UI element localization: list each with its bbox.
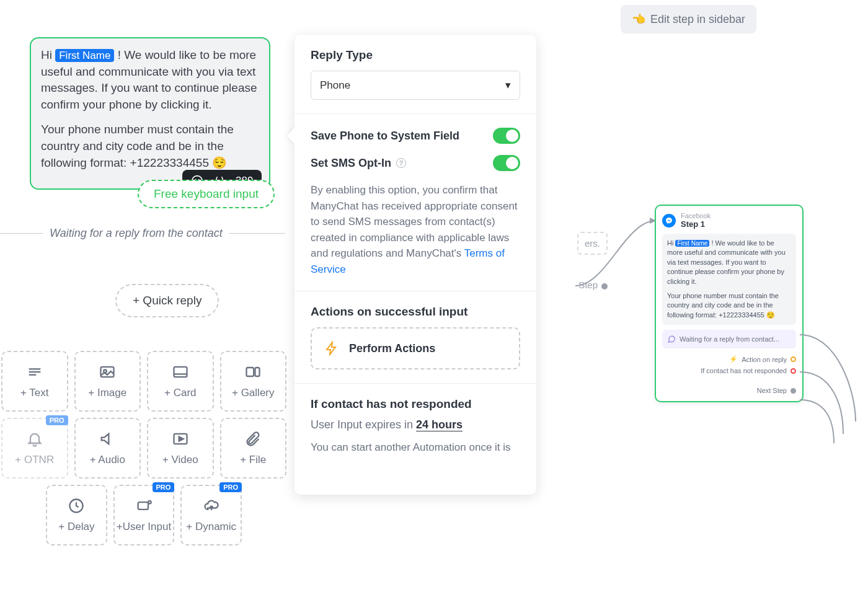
no-response-row[interactable]: If contact has not responded: [662, 365, 796, 376]
divider-line: [0, 233, 43, 234]
expire-row: User Input expires in 24 hours: [311, 418, 520, 431]
save-phone-toggle[interactable]: [493, 128, 520, 144]
add-text-block[interactable]: + Text: [1, 351, 68, 412]
lightning-icon: [324, 341, 339, 356]
svg-rect-14: [138, 502, 148, 510]
sms-optin-description: By enabling this option, you confirm tha…: [311, 182, 520, 277]
svg-rect-11: [255, 368, 260, 376]
no-response-label: If contact has not responded: [311, 397, 520, 411]
merge-tag: First Name: [675, 240, 709, 247]
save-phone-label: Save Phone to System Field: [311, 130, 459, 143]
waiting-divider: Waiting for a reply from the contact: [0, 227, 285, 240]
connector-line-3: [800, 366, 868, 440]
action-on-reply-row[interactable]: ⚡ Action on reply: [662, 353, 796, 365]
video-icon: [172, 430, 189, 448]
quick-reply-button[interactable]: + Quick reply: [115, 284, 219, 317]
reply-type-select[interactable]: Phone ▾: [311, 71, 520, 100]
reply-type-value: Phone: [320, 79, 350, 92]
partial-dashed: ers.: [577, 232, 608, 255]
lightning-icon: ⚡: [729, 355, 738, 363]
add-file-block[interactable]: + File: [220, 418, 287, 479]
add-video-block[interactable]: + Video: [147, 418, 214, 479]
edit-step-label: Edit step in sidebar: [650, 13, 745, 26]
chat-icon: [667, 335, 676, 343]
actions-label: Actions on successful input: [311, 305, 520, 319]
sms-optin-label: Set SMS Opt-In ?: [311, 157, 406, 170]
settings-panel: Reply Type Phone ▾ Save Phone to System …: [294, 35, 536, 495]
waiting-preview: Waiting for a reply from contact...: [662, 330, 796, 348]
next-step-row[interactable]: Next Step: [662, 385, 796, 396]
svg-rect-10: [247, 368, 254, 376]
no-response-desc: You can start another Automation once it…: [311, 441, 520, 454]
connector-dot-icon[interactable]: [790, 356, 796, 362]
text-icon: [26, 363, 43, 381]
sms-optin-toggle[interactable]: [493, 155, 520, 171]
reply-type-label: Reply Type: [311, 48, 520, 62]
pointer-icon: 👈: [632, 12, 645, 26]
user-input-icon: [135, 497, 153, 514]
divider-line: [229, 233, 285, 234]
add-image-block[interactable]: + Image: [74, 351, 141, 412]
flow-step-card[interactable]: Facebook Step 1 Hi First Name ! We would…: [655, 205, 804, 402]
add-card-block[interactable]: + Card: [147, 351, 214, 412]
card-icon: [172, 363, 189, 381]
add-dynamic-block[interactable]: PRO + Dynamic: [180, 485, 242, 545]
connector-dot-icon[interactable]: [601, 283, 608, 289]
connector-line-4: [800, 394, 868, 449]
gallery-icon: [244, 363, 262, 381]
waiting-label: Waiting for a reply from the contact: [50, 227, 223, 240]
step-title: Step 1: [681, 219, 711, 229]
pro-badge: PRO: [153, 482, 175, 492]
connector-dot-icon[interactable]: [790, 388, 796, 394]
free-keyboard-button[interactable]: Free keyboard input: [138, 180, 275, 208]
content-block-grid: + Text + Image + Card + Gallery PRO + OT…: [1, 351, 286, 552]
svg-point-15: [148, 501, 151, 504]
canvas-partial-node: ers. Step: [577, 232, 608, 290]
image-icon: [99, 363, 116, 381]
perform-actions-button[interactable]: Perform Actions: [311, 327, 520, 369]
caret-down-icon: ▾: [505, 79, 511, 92]
partial-step-row: Step: [577, 261, 608, 290]
expire-value[interactable]: 24 hours: [416, 418, 463, 431]
audio-icon: [99, 430, 116, 448]
file-icon: [244, 430, 262, 448]
pro-badge: PRO: [219, 482, 242, 492]
add-delay-block[interactable]: + Delay: [46, 485, 107, 545]
add-audio-block[interactable]: + Audio: [74, 418, 141, 479]
messenger-icon: [662, 214, 676, 227]
message-paragraph-1: Hi First Name ! We would like to be more…: [41, 47, 259, 113]
help-icon[interactable]: ?: [396, 158, 406, 168]
connector-line-2: [800, 329, 868, 428]
add-gallery-block[interactable]: + Gallery: [220, 351, 287, 412]
add-otnr-block[interactable]: PRO + OTNR: [1, 418, 68, 479]
message-paragraph-2: Your phone number must contain the count…: [41, 121, 259, 171]
message-preview: Hi First Name ! We would like to be more…: [662, 234, 796, 325]
merge-tag[interactable]: First Name: [55, 49, 114, 62]
pro-badge: PRO: [46, 415, 68, 425]
clock-icon: [68, 497, 85, 514]
cloud-icon: [203, 497, 220, 514]
svg-rect-8: [174, 367, 187, 377]
platform-label: Facebook: [681, 212, 711, 219]
edit-step-hint: 👈 Edit step in sidebar: [621, 5, 756, 33]
connector-dot-icon[interactable]: [790, 368, 796, 374]
add-user-input-block[interactable]: PRO +User Input: [113, 485, 175, 545]
panel-caret-icon: [286, 127, 295, 144]
bell-icon: [26, 430, 43, 448]
message-input-card[interactable]: Hi First Name ! We would like to be more…: [30, 37, 270, 190]
